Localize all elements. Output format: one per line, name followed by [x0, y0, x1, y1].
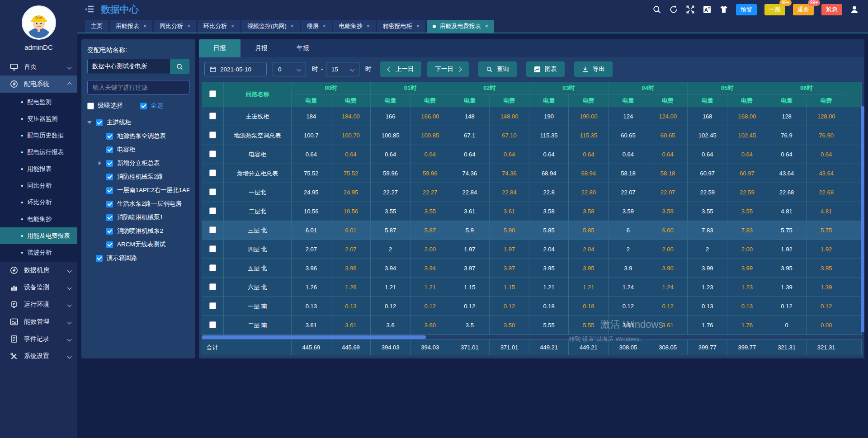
tab-环比分析[interactable]: 环比分析×	[198, 20, 240, 33]
row-checkbox[interactable]	[209, 170, 216, 176]
tree-node-新增分立柜总表[interactable]: 新增分立柜总表	[87, 156, 189, 170]
horizontal-scrollbar[interactable]	[202, 335, 862, 339]
close-tab-icon[interactable]: ×	[485, 23, 488, 29]
tab-楼层[interactable]: 楼层×	[301, 20, 332, 33]
tree-filter-input[interactable]	[87, 80, 189, 94]
caret-open-icon[interactable]	[87, 120, 92, 125]
tab-同比分析[interactable]: 同比分析×	[154, 20, 196, 33]
cascade-checkbox[interactable]	[87, 103, 94, 109]
tree-node-消防喷淋机械泵1[interactable]: 消防喷淋机械泵1	[87, 211, 189, 224]
submenu-item-配电历史数据[interactable]: •配电历史数据	[0, 127, 77, 144]
sidebar-item-系统设置[interactable]: 系统设置	[0, 348, 77, 365]
station-search-button[interactable]	[170, 59, 189, 74]
submenu-item-配电监测[interactable]: •配电监测	[0, 94, 77, 110]
sidebar-item-首页[interactable]: 首页	[0, 58, 77, 75]
close-tab-icon[interactable]: ×	[231, 23, 234, 29]
date-picker[interactable]: 2021-05-10	[204, 62, 267, 76]
report-tab-日报[interactable]: 日报	[199, 39, 241, 57]
row-checkbox[interactable]	[209, 302, 216, 309]
tab-精密配电柜[interactable]: 精密配电柜×	[377, 20, 425, 33]
alarm-button-预警[interactable]: 预警	[736, 4, 757, 15]
collapse-menu-icon[interactable]	[85, 5, 94, 14]
row-checkbox[interactable]	[209, 151, 216, 157]
tree-checkbox[interactable]	[106, 214, 113, 221]
prev-day-button[interactable]: 上一日	[380, 61, 422, 77]
sidebar-item-配电系统[interactable]: 配电系统	[0, 75, 77, 93]
fullscreen-icon[interactable]	[686, 5, 695, 14]
scrollbar-thumb[interactable]	[202, 335, 426, 339]
tree-node-生活水泵2路一层弱电房[interactable]: 生活水泵2路一层弱电房	[87, 197, 189, 211]
table-select-all-checkbox[interactable]	[209, 90, 216, 97]
tree-node-一层南1APE2右一层北1APE1左[interactable]: 一层南1APE2右一层北1APE1左	[87, 184, 189, 197]
tree-checkbox[interactable]	[106, 174, 113, 180]
row-checkbox[interactable]	[209, 283, 216, 290]
hour-start-select[interactable]: 0	[273, 62, 306, 76]
row-checkbox[interactable]	[209, 207, 216, 214]
submenu-item-环比分析[interactable]: •环比分析	[0, 194, 77, 211]
row-checkbox[interactable]	[209, 226, 216, 233]
chart-button[interactable]: 图表	[526, 61, 565, 77]
alarm-button-重要[interactable]: 重要99+	[793, 4, 814, 15]
sidebar-item-设备监测[interactable]: 设备监测	[0, 279, 77, 296]
row-checkbox[interactable]	[209, 188, 216, 195]
tab-主页[interactable]: 主页	[85, 20, 108, 33]
tree-node-主进线柜[interactable]: 主进线柜	[87, 116, 189, 129]
tree-checkbox[interactable]	[106, 187, 113, 194]
next-day-button[interactable]: 下一日	[427, 61, 469, 77]
alarm-button-一般[interactable]: 一般99+	[764, 4, 785, 15]
report-tab-月报[interactable]: 月报	[241, 39, 282, 57]
submenu-item-用能报表[interactable]: •用能报表	[0, 160, 77, 177]
row-checkbox[interactable]	[209, 245, 216, 252]
close-tab-icon[interactable]: ×	[416, 23, 420, 29]
sidebar-item-事件记录[interactable]: 事件记录	[0, 330, 77, 348]
close-tab-icon[interactable]: ×	[323, 23, 326, 29]
tree-checkbox[interactable]	[96, 255, 103, 262]
tree-node-消防栓机械泵2路[interactable]: 消防栓机械泵2路	[87, 170, 189, 184]
row-checkbox[interactable]	[209, 321, 216, 328]
tree-node-电容柜[interactable]: 电容柜	[87, 143, 189, 156]
sidebar-item-数据机房[interactable]: 数据机房	[0, 262, 77, 279]
theme-icon[interactable]	[719, 5, 728, 14]
query-button[interactable]: 查询	[478, 61, 517, 77]
row-checkbox[interactable]	[209, 264, 216, 271]
submenu-item-同比分析[interactable]: •同比分析	[0, 177, 77, 194]
alarm-button-紧急[interactable]: 紧急	[821, 4, 842, 15]
row-checkbox[interactable]	[209, 113, 216, 119]
tree-checkbox[interactable]	[96, 119, 103, 126]
tab-电能集抄[interactable]: 电能集抄×	[333, 20, 376, 33]
select-all-label[interactable]: 全选	[151, 102, 163, 110]
tree-checkbox[interactable]	[106, 201, 113, 207]
close-tab-icon[interactable]: ×	[143, 23, 146, 29]
station-input[interactable]	[88, 59, 170, 74]
tab-用能及电费报表[interactable]: 用能及电费报表×	[427, 20, 494, 33]
translate-icon[interactable]: A文	[703, 5, 712, 14]
submenu-item-变压器监测[interactable]: •变压器监测	[0, 110, 77, 127]
tab-用能报表[interactable]: 用能报表×	[110, 20, 152, 33]
submenu-item-配电运行报表[interactable]: •配电运行报表	[0, 144, 77, 160]
sidebar-item-运行环境[interactable]: 运行环境	[0, 296, 77, 313]
hour-end-select[interactable]: 15	[326, 62, 359, 76]
tree-checkbox[interactable]	[106, 228, 113, 235]
refresh-icon[interactable]	[669, 5, 678, 14]
row-checkbox[interactable]	[209, 132, 216, 138]
submenu-item-电能集抄[interactable]: •电能集抄	[0, 211, 77, 227]
select-all-checkbox[interactable]	[140, 103, 147, 109]
tree-node-消防喷淋机械泵2[interactable]: 消防喷淋机械泵2	[87, 224, 189, 238]
user-icon[interactable]	[850, 5, 859, 14]
avatar[interactable]: Acrel	[22, 5, 56, 40]
export-button[interactable]: 导出	[574, 61, 613, 77]
caret-closed-icon[interactable]	[98, 161, 102, 165]
submenu-item-用能及电费报表[interactable]: •用能及电费报表	[0, 227, 77, 244]
tree-checkbox[interactable]	[106, 160, 113, 167]
tree-node-地源热泵空调总表[interactable]: 地源热泵空调总表	[87, 129, 189, 143]
report-tab-年报[interactable]: 年报	[282, 39, 324, 57]
tab-视频监控(内网)[interactable]: 视频监控(内网)×	[241, 20, 300, 33]
tree-checkbox[interactable]	[106, 146, 113, 153]
tree-checkbox[interactable]	[106, 241, 113, 248]
tree-checkbox[interactable]	[106, 133, 113, 140]
search-icon[interactable]	[652, 5, 661, 14]
close-tab-icon[interactable]: ×	[367, 23, 370, 29]
tree-node-ARCM无线表测试[interactable]: ARCM无线表测试	[87, 238, 189, 251]
sidebar-item-能效管理[interactable]: 能效管理	[0, 313, 77, 330]
vertical-scrollbar[interactable]	[861, 106, 864, 332]
